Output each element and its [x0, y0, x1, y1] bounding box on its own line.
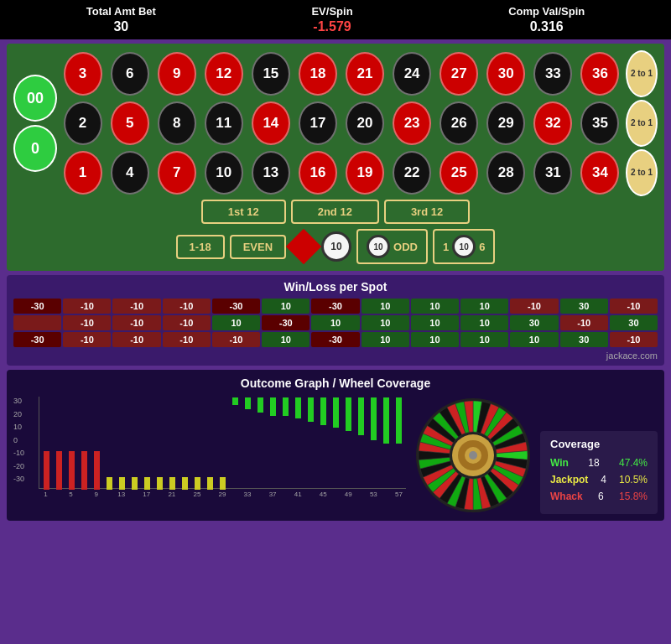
wl-cell-0-8: 10 [411, 299, 459, 314]
outcome-content: 30 20 10 0 -10 -20 -30 15913172125293337… [13, 397, 658, 514]
wl-cell-0-12: -10 [610, 299, 658, 314]
num-cell-13[interactable]: 13 [248, 149, 293, 196]
x-label-2: 5 [65, 491, 76, 498]
bar-chart: 30 20 10 0 -10 -20 -30 15913172125293337… [13, 397, 406, 514]
bar-rect-22 [320, 397, 326, 425]
zero-cell[interactable]: 0 [13, 125, 57, 172]
num-cell-10[interactable]: 10 [201, 149, 246, 196]
x-label-26: 53 [368, 491, 379, 498]
col-bet-2[interactable]: 2 to 1 [626, 149, 658, 196]
num-cell-19[interactable]: 19 [342, 149, 387, 196]
num-cell-2[interactable]: 2 [60, 100, 105, 147]
x-label-6: 13 [116, 491, 127, 498]
num-cell-25[interactable]: 25 [437, 149, 481, 196]
num-cell-18[interactable]: 18 [295, 50, 340, 97]
bar-rect-2 [69, 451, 75, 490]
num-cell-35[interactable]: 35 [578, 100, 622, 147]
num-cell-7[interactable]: 7 [154, 149, 199, 196]
num-cell-28[interactable]: 28 [484, 149, 528, 196]
outcome-section: Outcome Graph / Wheel Coverage 30 20 10 … [7, 370, 664, 521]
num-cell-34[interactable]: 34 [578, 149, 622, 196]
chip-10[interactable]: 10 [321, 231, 351, 262]
wl-cell-2-3: -10 [163, 332, 211, 347]
wheel-svg [414, 397, 532, 514]
x-label-3 [78, 491, 89, 498]
whack-row: Whack 6 15.8% [550, 491, 648, 502]
num-cell-12[interactable]: 12 [201, 50, 246, 97]
num-cell-27[interactable]: 27 [437, 50, 481, 97]
high-bet[interactable]: 1 10 6 [433, 229, 495, 264]
dozen-1st[interactable]: 1st 12 [201, 200, 286, 224]
even-bet[interactable]: EVEN [230, 235, 286, 259]
wl-cell-2-11: 30 [560, 332, 608, 347]
wl-cell-2-0: -30 [13, 332, 61, 347]
x-label-0: 1 [40, 491, 51, 498]
bar-chart-area [39, 397, 406, 489]
num-cell-30[interactable]: 30 [484, 50, 528, 97]
dozen-3rd[interactable]: 3rd 12 [384, 200, 470, 224]
num-cell-32[interactable]: 32 [531, 100, 575, 147]
jackpot-count: 4 [601, 474, 606, 486]
whack-label: Whack [550, 491, 583, 502]
num-cell-29[interactable]: 29 [484, 100, 528, 147]
jackace-label: jackace.com [13, 351, 658, 361]
bar-8 [142, 397, 153, 490]
num-cell-16[interactable]: 16 [295, 149, 340, 196]
x-label-25 [356, 491, 367, 498]
wl-cell-2-7: 10 [362, 332, 409, 347]
y-label-20: 20 [13, 410, 24, 418]
col-bet-1[interactable]: 2 to 1 [626, 100, 658, 147]
num-cell-20[interactable]: 20 [342, 100, 387, 147]
num-cell-26[interactable]: 26 [437, 100, 481, 147]
num-cell-24[interactable]: 24 [390, 50, 434, 97]
diamond-icon[interactable] [286, 229, 321, 264]
x-label-5 [103, 491, 114, 498]
bar-19 [280, 397, 291, 490]
num-cell-22[interactable]: 22 [390, 149, 434, 196]
col-bet-0[interactable]: 2 to 1 [626, 50, 658, 97]
winloss-title: Win/Loss per Spot [13, 280, 658, 293]
outcome-title: Outcome Graph / Wheel Coverage [13, 377, 658, 390]
whack-pct: 15.8% [619, 491, 648, 502]
wl-cell-0-11: 30 [560, 299, 608, 314]
wl-cell-2-2: -10 [112, 332, 160, 347]
num-cell-33[interactable]: 33 [531, 50, 575, 97]
num-cell-1[interactable]: 1 [60, 149, 105, 196]
num-cell-15[interactable]: 15 [248, 50, 293, 97]
wl-cell-2-5: 10 [262, 332, 309, 347]
y-label-0: 0 [13, 436, 24, 444]
num-cell-5[interactable]: 5 [107, 100, 152, 147]
wl-cell-0-10: -10 [510, 299, 558, 314]
bar-rect-17 [257, 397, 263, 413]
num-cell-4[interactable]: 4 [107, 149, 152, 196]
wl-cell-2-1: -10 [63, 332, 111, 347]
num-cell-23[interactable]: 23 [390, 100, 434, 147]
num-cell-3[interactable]: 3 [60, 50, 105, 97]
x-label-18: 37 [268, 491, 278, 498]
num-cell-8[interactable]: 8 [154, 100, 199, 147]
wl-cell-1-2: -10 [112, 315, 160, 330]
dozen-2nd[interactable]: 2nd 12 [291, 200, 379, 224]
x-label-1 [53, 491, 64, 498]
num-cell-11[interactable]: 11 [201, 100, 246, 147]
dozen-bets: 1st 12 2nd 12 3rd 12 [13, 200, 658, 224]
num-cell-9[interactable]: 9 [154, 50, 199, 97]
double-zero-cell[interactable]: 00 [13, 75, 57, 122]
wl-cell-0-5: 10 [262, 299, 309, 314]
ev-spin-label: EV/Spin [311, 5, 352, 18]
bar-3 [79, 397, 90, 490]
wl-cell-1-4: 10 [212, 315, 260, 330]
num-cell-36[interactable]: 36 [578, 50, 622, 97]
num-cell-17[interactable]: 17 [295, 100, 340, 147]
winloss-section: Win/Loss per Spot -30-10-10-10-3010-3010… [7, 275, 664, 366]
bar-rect-1 [56, 451, 62, 490]
num-cell-31[interactable]: 31 [531, 149, 575, 196]
comp-val-value: 0.316 [508, 19, 585, 34]
num-cell-6[interactable]: 6 [107, 50, 152, 97]
odd-bet[interactable]: 10 ODD [356, 229, 428, 264]
num-cell-14[interactable]: 14 [248, 100, 293, 147]
low-bet[interactable]: 1-18 [176, 235, 225, 259]
bar-rect-14 [220, 477, 226, 490]
x-label-12: 25 [191, 491, 202, 498]
num-cell-21[interactable]: 21 [342, 50, 387, 97]
